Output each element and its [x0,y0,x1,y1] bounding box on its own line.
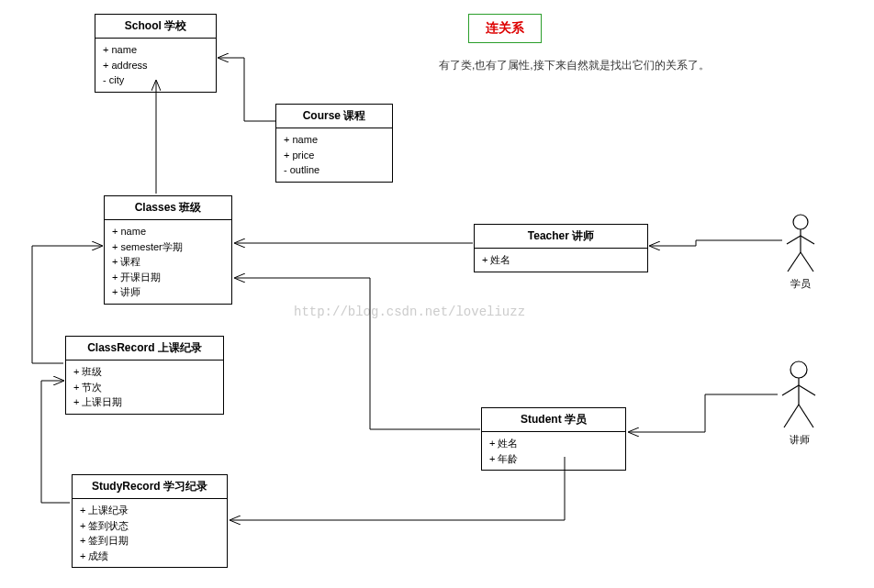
uml-class-teacher: Teacher 讲师 + 姓名 [474,224,648,272]
uml-class-course: Course 课程 + name + price - outline [275,104,393,183]
uml-attr: + price [284,148,385,163]
uml-attr: + name [112,224,224,239]
uml-attr: + 签到日期 [80,533,219,549]
uml-class-classrecord: ClassRecord 上课纪录 + 班级 + 节次 + 上课日期 [65,336,224,415]
uml-class-school-header: School 学校 [95,15,216,39]
uml-class-classrecord-header: ClassRecord 上课纪录 [66,337,223,361]
uml-class-classes-body: + name + semester学期 + 课程 + 开课日期 + 讲师 [105,220,231,304]
title-box: 连关系 [468,14,542,43]
uml-attr: + 年龄 [489,451,618,467]
uml-attr: + 节次 [73,380,216,395]
svg-line-4 [788,252,801,272]
title-text: 连关系 [486,20,524,35]
actor-teacher: 讲师 [779,361,820,447]
svg-line-11 [799,405,813,427]
uml-class-school-body: + name + address - city [95,39,216,92]
uml-attr: - outline [284,162,385,178]
uml-attr: + 上课日期 [73,394,216,410]
svg-line-2 [787,236,801,244]
uml-class-school: School 学校 + name + address - city [95,14,217,93]
svg-line-9 [799,385,815,395]
svg-point-6 [790,361,807,378]
uml-class-student-body: + 姓名 + 年龄 [482,432,625,470]
uml-attr: + 课程 [112,254,224,270]
uml-attr: + 班级 [73,364,216,380]
uml-class-classrecord-body: + 班级 + 节次 + 上课日期 [66,361,223,414]
uml-attr: - city [103,72,208,88]
svg-line-8 [782,385,799,395]
uml-class-course-body: + name + price - outline [276,128,392,182]
uml-attr: + semester学期 [112,239,224,255]
uml-class-classes-header: Classes 班级 [105,196,231,220]
uml-attr: + 签到状态 [80,518,219,534]
description-text: 有了类,也有了属性,接下来自然就是找出它们的关系了。 [439,58,710,73]
stick-figure-icon [783,214,818,273]
svg-line-5 [801,252,813,272]
actor-teacher-label: 讲师 [790,433,810,447]
uml-attr: + 上课纪录 [80,503,219,518]
uml-class-course-header: Course 课程 [276,105,392,128]
uml-class-teacher-header: Teacher 讲师 [475,225,647,249]
uml-class-studyrecord: StudyRecord 学习纪录 + 上课纪录 + 签到状态 + 签到日期 + … [72,474,228,568]
svg-point-0 [793,215,808,229]
uml-class-classes: Classes 班级 + name + semester学期 + 课程 + 开课… [104,195,232,305]
uml-class-studyrecord-header: StudyRecord 学习纪录 [73,475,227,499]
uml-attr: + name [103,42,208,58]
uml-class-studyrecord-body: + 上课纪录 + 签到状态 + 签到日期 + 成绩 [73,499,227,567]
uml-class-student: Student 学员 + 姓名 + 年龄 [481,407,626,471]
actor-student-label: 学员 [790,277,811,291]
uml-attr: + address [103,58,208,73]
svg-line-10 [784,405,799,427]
uml-attr: + 姓名 [489,436,618,451]
uml-class-teacher-body: + 姓名 [475,249,647,272]
uml-class-student-header: Student 学员 [482,408,625,432]
uml-attr: + 成绩 [80,549,219,564]
uml-attr: + 开课日期 [112,270,224,285]
stick-figure-icon [779,361,820,429]
watermark-text: http://blog.csdn.net/loveliuzz [294,305,525,319]
actor-student: 学员 [783,214,818,291]
uml-attr: + name [284,132,385,148]
svg-line-3 [801,236,814,244]
uml-attr: + 讲师 [112,284,224,300]
uml-attr: + 姓名 [482,252,640,268]
